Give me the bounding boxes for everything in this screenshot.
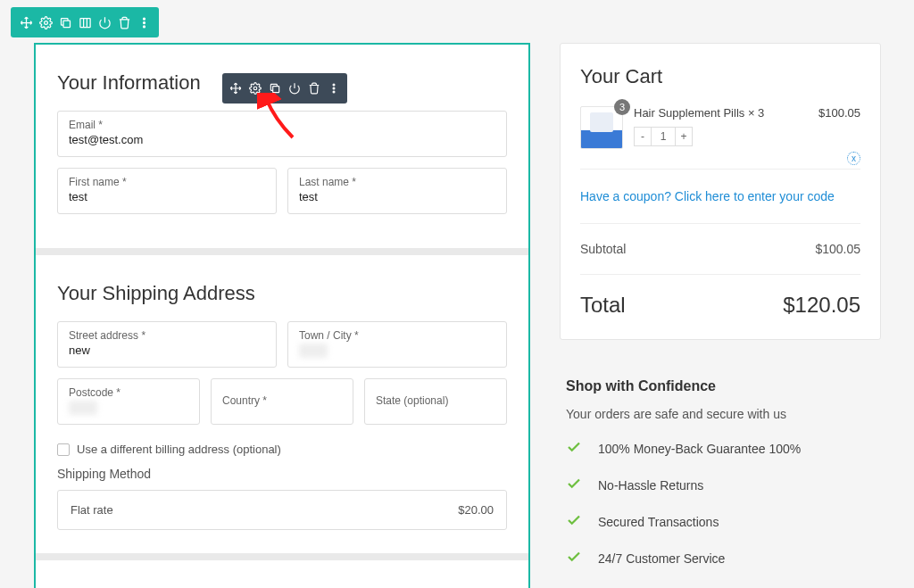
cart-panel: Your Cart 3 Hair Supplement Pills × 3 - … (560, 43, 881, 340)
field-label: First name * (69, 176, 265, 188)
qty-value: 1 (652, 127, 675, 146)
module-toolbar (222, 73, 347, 104)
confidence-sub: Your orders are safe and secure with us (566, 407, 880, 421)
subtotal-value: $100.05 (815, 242, 860, 256)
checkout-panel: Your Information Email * test@test.com F… (34, 43, 530, 588)
svg-point-5 (143, 25, 145, 27)
checkbox-icon (57, 443, 70, 456)
cart-item: 3 Hair Supplement Pills × 3 - 1 + $100.0… (580, 106, 860, 170)
heading-shipping: Your Shipping Address (57, 282, 507, 305)
town-city-field[interactable]: Town / City * (287, 321, 507, 368)
svg-rect-7 (273, 87, 279, 93)
shipping-method-option[interactable]: Flat rate $20.00 (57, 490, 507, 530)
columns-icon[interactable] (75, 12, 95, 32)
confidence-text: Secured Transactions (598, 515, 719, 529)
svg-rect-1 (63, 21, 71, 28)
qty-decrease-button[interactable]: - (634, 127, 652, 146)
postcode-field[interactable]: Postcode * (57, 378, 200, 425)
shipping-method-price: $20.00 (458, 503, 494, 517)
field-label: Last name * (299, 176, 495, 188)
field-label: Street address * (69, 329, 265, 342)
duplicate-icon[interactable] (265, 79, 285, 98)
confidence-text: 100% Money-Back Guarantee 100% (598, 442, 801, 456)
coupon-link-row: Have a coupon? Click here to enter your … (580, 170, 860, 224)
field-label: Postcode * (69, 386, 188, 399)
remove-item-icon[interactable]: x (847, 152, 860, 165)
item-thumbnail-wrap: 3 (580, 106, 623, 149)
subtotal-row: Subtotal $100.05 (580, 224, 860, 275)
more-icon[interactable] (324, 79, 344, 98)
svg-point-8 (333, 84, 335, 86)
field-value: test@test.com (69, 133, 495, 147)
first-name-field[interactable]: First name * test (57, 168, 277, 214)
gear-icon[interactable] (245, 79, 265, 98)
power-icon[interactable] (285, 79, 304, 98)
confidence-text: No-Hassle Returns (598, 478, 703, 493)
confidence-item: 100% Money-Back Guarantee 100% (566, 439, 880, 458)
section-next (36, 560, 528, 588)
email-field[interactable]: Email * test@test.com (57, 111, 507, 157)
checkbox-label: Use a different billing address (optiona… (77, 443, 281, 456)
move-icon[interactable] (16, 12, 36, 32)
trash-icon[interactable] (114, 12, 134, 32)
svg-point-10 (333, 91, 335, 93)
svg-point-6 (253, 87, 257, 90)
field-value: new (69, 344, 265, 358)
country-field[interactable]: Country * (211, 378, 353, 425)
confidence-item: 24/7 Customer Service (566, 549, 880, 567)
total-row: Total $120.05 (580, 275, 860, 318)
different-billing-checkbox[interactable]: Use a different billing address (optiona… (57, 443, 507, 456)
check-icon (566, 549, 582, 567)
heading-cart: Your Cart (580, 65, 860, 88)
quantity-stepper: - 1 + (634, 127, 808, 146)
field-label: Email * (69, 119, 495, 131)
field-label: Town / City * (299, 329, 495, 342)
field-label: Country * (222, 394, 267, 407)
confidence-item: Secured Transactions (566, 512, 880, 531)
confidence-item: No-Hassle Returns (566, 476, 880, 494)
item-qty-badge: 3 (614, 99, 630, 115)
confidence-block: Shop with Confidence Your orders are saf… (566, 378, 880, 585)
item-text: Hair Supplement Pills × 3 - 1 + (634, 106, 808, 146)
gear-icon[interactable] (36, 12, 55, 32)
svg-point-9 (333, 87, 335, 89)
qty-increase-button[interactable]: + (675, 127, 693, 146)
total-label: Total (580, 293, 626, 318)
check-icon (566, 512, 582, 531)
section-toolbar (11, 7, 159, 37)
street-address-field[interactable]: Street address * new (57, 321, 277, 368)
item-price: $100.05 (818, 106, 860, 120)
item-name: Hair Supplement Pills × 3 (634, 106, 808, 120)
shipping-method-label: Shipping Method (57, 467, 507, 481)
trash-icon[interactable] (304, 79, 324, 98)
svg-point-4 (143, 21, 145, 23)
svg-point-0 (44, 21, 47, 24)
field-value (299, 344, 328, 358)
confidence-heading: Shop with Confidence (566, 378, 880, 394)
svg-point-3 (143, 18, 145, 20)
coupon-link[interactable]: Have a coupon? Click here to enter your … (580, 189, 835, 203)
check-icon (566, 439, 582, 458)
field-value: test (69, 190, 265, 204)
field-value: test (299, 190, 495, 204)
shipping-method-name: Flat rate (71, 503, 113, 517)
duplicate-icon[interactable] (55, 12, 75, 32)
section-shipping-address: Your Shipping Address Street address * n… (36, 255, 528, 560)
field-label: State (optional) (376, 394, 448, 407)
power-icon[interactable] (95, 12, 114, 32)
more-icon[interactable] (134, 12, 154, 32)
state-field[interactable]: State (optional) (364, 378, 507, 425)
check-icon (566, 476, 582, 494)
field-value (69, 401, 97, 415)
confidence-text: 24/7 Customer Service (598, 551, 725, 566)
move-icon[interactable] (226, 79, 245, 98)
total-value: $120.05 (783, 293, 860, 318)
subtotal-label: Subtotal (580, 242, 626, 256)
last-name-field[interactable]: Last name * test (287, 168, 507, 214)
svg-rect-2 (79, 18, 89, 27)
